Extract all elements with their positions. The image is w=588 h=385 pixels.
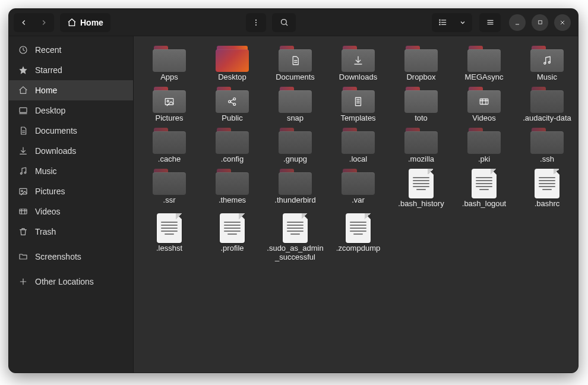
sidebar-item-desktop[interactable]: Desktop: [9, 100, 133, 121]
search-icon: [280, 18, 289, 27]
folder-item--ssh[interactable]: .ssh: [517, 127, 577, 164]
desktop-icon: [216, 46, 249, 72]
close-icon: [559, 19, 566, 26]
svg-rect-15: [538, 21, 542, 24]
view-dropdown-button[interactable]: [453, 13, 472, 32]
hidden-folder-icon: [216, 128, 249, 154]
sidebar-item-home[interactable]: Home: [9, 80, 133, 100]
sidebar-item-trash[interactable]: Trash: [9, 222, 133, 242]
home-icon: [18, 86, 28, 95]
folder-item--mozilla[interactable]: .mozilla: [391, 127, 451, 164]
folder-item-documents[interactable]: Documents: [265, 45, 325, 82]
item-label: Pictures: [156, 114, 184, 123]
svg-point-24: [20, 173, 22, 175]
sidebar-item-label: Videos: [35, 207, 61, 216]
location-menu-button[interactable]: [246, 13, 266, 32]
folder-item-apps[interactable]: Apps: [140, 45, 199, 82]
content-area[interactable]: AppsDesktopDocumentsDownloadsDropboxMEGA…: [134, 36, 578, 373]
file-icon: [220, 213, 245, 243]
sidebar-item-documents[interactable]: Documents: [9, 121, 133, 141]
item-label: .local: [349, 155, 367, 164]
minimize-button[interactable]: [509, 14, 526, 31]
folder-item--pki[interactable]: .pki: [454, 127, 514, 164]
item-label: .ssr: [163, 196, 176, 205]
item-label: .gnupg: [283, 155, 307, 164]
item-label: Downloads: [339, 73, 377, 82]
sidebar-item-music[interactable]: Music: [9, 161, 133, 181]
chevron-right-icon: [40, 18, 48, 27]
sidebar-item-downloads[interactable]: Downloads: [9, 141, 133, 161]
item-label: .bash_logout: [462, 200, 506, 209]
star-icon: [18, 65, 28, 75]
folder-item--local[interactable]: .local: [328, 127, 388, 164]
svg-line-43: [230, 99, 233, 101]
item-label: .zcompdump: [336, 244, 380, 253]
sidebar-item-starred[interactable]: Starred: [9, 60, 133, 80]
folder-item-public[interactable]: Public: [203, 86, 262, 123]
folder-item--themes[interactable]: .themes: [203, 168, 262, 209]
item-label: Dropbox: [406, 73, 435, 82]
sidebar-item-videos[interactable]: Videos: [9, 201, 133, 222]
svg-point-0: [255, 19, 257, 20]
forward-button[interactable]: [34, 13, 54, 32]
folder-item-snap[interactable]: snap: [265, 86, 325, 123]
folder-item-megasync[interactable]: MEGAsync: [454, 45, 514, 82]
svg-point-8: [439, 20, 440, 20]
titlebar: Home: [9, 9, 578, 36]
folder-item--var[interactable]: .var: [328, 168, 388, 209]
svg-rect-28: [20, 209, 27, 214]
file-item--profile[interactable]: .profile: [203, 212, 262, 262]
folder-icon: [153, 46, 186, 72]
file-item--bashrc[interactable]: .bashrc: [517, 168, 577, 209]
folder-icon: [216, 87, 249, 113]
file-item--zcompdump[interactable]: .zcompdump: [328, 212, 388, 262]
sidebar-item-pictures[interactable]: Pictures: [9, 181, 133, 201]
music-icon: [18, 166, 28, 176]
folder-item--audacity-data[interactable]: .audacity-data: [517, 86, 577, 123]
folder-item-dropbox[interactable]: Dropbox: [391, 45, 451, 82]
close-button[interactable]: [554, 14, 571, 31]
svg-point-10: [439, 24, 440, 25]
picture-icon: [18, 187, 28, 196]
folder-item--ssr[interactable]: .ssr: [140, 168, 199, 209]
nav-group: [14, 13, 54, 32]
folder-item-downloads[interactable]: Downloads: [328, 45, 388, 82]
item-label: .audacity-data: [523, 114, 571, 123]
sidebar-item-label: Downloads: [35, 146, 76, 156]
folder-item--gnupg[interactable]: .gnupg: [265, 127, 325, 164]
home-icon: [67, 18, 77, 27]
hidden-folder-icon: [153, 128, 186, 154]
svg-point-37: [548, 62, 550, 64]
picture-icon: [164, 96, 175, 107]
svg-point-36: [544, 62, 546, 64]
document-icon: [290, 55, 301, 66]
item-label: .ssh: [540, 155, 554, 164]
sidebar-item-screenshots[interactable]: Screenshots: [9, 247, 133, 267]
folder-item-pictures[interactable]: Pictures: [140, 86, 199, 123]
svg-point-1: [255, 21, 257, 23]
list-view-button[interactable]: [432, 13, 453, 32]
back-button[interactable]: [14, 13, 34, 32]
sidebar-item-other-locations[interactable]: Other Locations: [9, 272, 133, 292]
folder-item-desktop[interactable]: Desktop: [203, 45, 262, 82]
folder-item-videos[interactable]: Videos: [454, 86, 514, 123]
file-icon: [346, 213, 371, 243]
file-item--lesshst[interactable]: .lesshst: [140, 212, 199, 262]
folder-item--config[interactable]: .config: [203, 127, 262, 164]
file-item--sudo-as-admin-successful[interactable]: .sudo_as_admin_successful: [265, 212, 325, 262]
sidebar: Recent Starred Home Desktop Documents Do…: [9, 36, 134, 373]
window-controls: [509, 14, 571, 31]
folder-item--thunderbird[interactable]: .thunderbird: [265, 168, 325, 209]
path-bar[interactable]: Home: [60, 13, 110, 32]
sidebar-item-label: Music: [35, 166, 57, 176]
search-button[interactable]: [272, 13, 296, 32]
folder-item-toto[interactable]: toto: [391, 86, 451, 123]
folder-item-music[interactable]: Music: [517, 45, 577, 82]
folder-item-templates[interactable]: Templates: [328, 86, 388, 123]
sidebar-item-recent[interactable]: Recent: [9, 40, 133, 60]
maximize-button[interactable]: [532, 14, 548, 31]
folder-item--cache[interactable]: .cache: [140, 127, 199, 164]
hamburger-menu-button[interactable]: [479, 13, 501, 32]
file-item--bash-history[interactable]: .bash_history: [391, 168, 451, 209]
file-item--bash-logout[interactable]: .bash_logout: [454, 168, 514, 209]
